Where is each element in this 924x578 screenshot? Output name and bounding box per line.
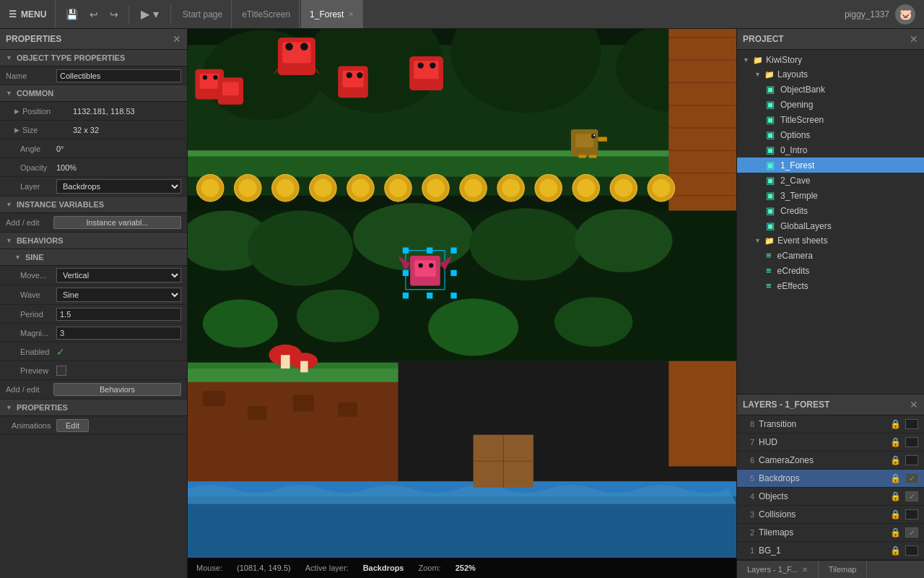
main-area: PROPERTIES ✕ ▼ OBJECT TYPE PROPERTIES Na… <box>0 29 924 578</box>
layer-transition[interactable]: 8 Transition 🔒 <box>737 415 924 434</box>
position-row: ▶ Position 1132.181, 118.53 <box>0 102 187 121</box>
layer-name-camerazones: CameraZones <box>759 455 886 465</box>
common-section-header[interactable]: ▼ COMMON <box>0 85 187 102</box>
bottom-tab-layers-close[interactable]: ✕ <box>802 566 808 574</box>
tree-layouts[interactable]: ▼ 📁 Layouts <box>737 67 924 82</box>
animations-edit-button[interactable]: Edit <box>56 419 89 432</box>
properties-panel: PROPERTIES ✕ ▼ OBJECT TYPE PROPERTIES Na… <box>0 29 188 578</box>
menu-label[interactable]: MENU <box>21 9 46 20</box>
enabled-row: Enabled ✓ <box>0 342 187 361</box>
zoom-label: Zoom: <box>418 564 440 572</box>
tree-objectbank[interactable]: ▣ ObjectBank <box>737 82 924 97</box>
tab-forest-close[interactable]: ✕ <box>348 10 354 18</box>
behaviors-section-header[interactable]: ▼ BEHAVIORS <box>0 233 187 249</box>
tree-options[interactable]: ▣ Options <box>737 127 924 142</box>
properties-title: PROPERTIES <box>6 34 61 44</box>
instance-variables-section-header[interactable]: ▼ INSTANCE VARIABLES <box>0 197 187 213</box>
svg-point-57 <box>593 134 595 136</box>
tree-eeffects[interactable]: ≡ eEffects <box>737 278 924 293</box>
preview-checkbox[interactable] <box>56 366 66 376</box>
tree-event-sheets[interactable]: ▼ 📁 Event sheets <box>737 233 924 248</box>
project-panel-header: PROJECT ✕ <box>737 29 924 50</box>
redo-button[interactable]: ↪ <box>105 6 123 23</box>
layer-eye-tilemaps[interactable]: ✓ <box>905 527 918 538</box>
layer-hud[interactable]: 7 HUD 🔒 <box>737 434 924 452</box>
canvas-area[interactable]: Mouse: (1081.4, 149.5) Active layer: Bac… <box>188 29 736 578</box>
object-type-section-header[interactable]: ▼ OBJECT TYPE PROPERTIES <box>0 50 187 66</box>
tree-ecamera[interactable]: ≡ eCamera <box>737 248 924 263</box>
tree-0intro[interactable]: ▣ 0_Intro <box>737 142 924 158</box>
tab-start-page[interactable]: Start page <box>174 0 232 28</box>
layer-name-tilemaps: Tilemaps <box>759 527 886 538</box>
opacity-row: Opacity 100% <box>0 158 187 177</box>
play-section: ▶ ▾ <box>129 4 170 24</box>
undo-button[interactable]: ↩ <box>85 6 103 23</box>
layouts-arrow: ▼ <box>754 71 762 78</box>
layout-icon-options: ▣ <box>766 129 775 140</box>
tree-3temple[interactable]: ▣ 3_Temple <box>737 188 924 203</box>
event-icon-ecredits: ≡ <box>766 265 772 276</box>
layer-backdrops[interactable]: 5 Backdrops 🔒 ✓ <box>737 470 924 488</box>
sine-section-header[interactable]: ▼ SINE <box>0 249 187 266</box>
svg-point-45 <box>614 179 632 197</box>
layers-title: LAYERS - 1_FOREST <box>743 400 829 410</box>
bottom-tab-layers[interactable]: Layers - 1_F... ✕ <box>737 561 819 578</box>
project-close-button[interactable]: ✕ <box>910 33 918 45</box>
instance-variables-button[interactable]: Instance variabl... <box>53 216 181 229</box>
play-button[interactable]: ▶ ▾ <box>135 4 164 24</box>
svg-point-115 <box>554 297 632 347</box>
position-label: Position <box>22 107 73 116</box>
sine-arrow: ▼ <box>14 254 21 261</box>
layer-select[interactable]: Backdrops <box>56 179 181 194</box>
tree-1forest[interactable]: ▣ 1_Forest <box>737 158 924 173</box>
svg-point-42 <box>502 179 520 197</box>
layer-lock-tilemaps: 🔒 <box>890 527 901 538</box>
move-select[interactable]: Vertical <box>56 268 181 282</box>
bottom-tab-tilemap[interactable]: Tilemap <box>819 561 868 578</box>
behaviors-button[interactable]: Behaviors <box>53 383 181 396</box>
layer-name-collisions: Collisions <box>759 509 886 519</box>
layout-label-opening: Opening <box>780 100 813 110</box>
properties-sub-label: PROPERTIES <box>17 403 68 412</box>
position-value: 1132.181, 118.53 <box>73 107 181 116</box>
enabled-check[interactable]: ✓ <box>56 346 65 358</box>
wave-select[interactable]: Sine <box>56 288 181 302</box>
tree-titlescreen[interactable]: ▣ TitleScreen <box>737 112 924 127</box>
layer-eye-transition[interactable] <box>905 419 918 429</box>
name-input[interactable] <box>56 69 181 82</box>
layer-eye-bg1[interactable] <box>905 545 918 556</box>
layer-eye-hud[interactable] <box>905 437 918 447</box>
properties-sub-section-header[interactable]: ▼ PROPERTIES <box>0 400 187 416</box>
layers-close-button[interactable]: ✕ <box>910 399 918 410</box>
layout-icon-titlescreen: ▣ <box>766 114 775 125</box>
layer-collisions[interactable]: 3 Collisions 🔒 <box>737 506 924 524</box>
magni-input[interactable] <box>56 327 181 340</box>
tab-forest[interactable]: 1_Forest ✕ <box>301 0 363 28</box>
sine-label: SINE <box>25 253 44 262</box>
layer-objects[interactable]: 4 Objects 🔒 ✓ <box>737 488 924 506</box>
tree-credits[interactable]: ▣ Credits <box>737 203 924 218</box>
properties-close-button[interactable]: ✕ <box>173 33 181 45</box>
tree-opening[interactable]: ▣ Opening <box>737 97 924 112</box>
layer-camerazones[interactable]: 6 CameraZones 🔒 <box>737 452 924 470</box>
svg-rect-80 <box>222 82 239 95</box>
period-input[interactable] <box>56 308 181 321</box>
layer-eye-camerazones[interactable] <box>905 455 918 465</box>
event-icon-ecamera: ≡ <box>766 250 772 261</box>
tree-globallayers[interactable]: ▣ GlobalLayers <box>737 218 924 233</box>
layer-lock-backdrops: 🔒 <box>890 473 901 483</box>
layer-eye-objects[interactable]: ✓ <box>905 491 918 501</box>
layer-tilemaps[interactable]: 2 Tilemaps 🔒 ✓ <box>737 524 924 542</box>
layout-icon-objectbank: ▣ <box>766 84 775 95</box>
tree-2cave[interactable]: ▣ 2_Cave <box>737 173 924 188</box>
behaviors-label: BEHAVIORS <box>17 236 64 245</box>
tree-root[interactable]: ▼ 📁 KiwiStory <box>737 53 924 67</box>
layer-eye-collisions[interactable] <box>905 509 918 519</box>
layer-eye-backdrops[interactable]: ✓ <box>905 473 918 483</box>
tab-etitlescreen[interactable]: eTitleScreen <box>233 0 300 28</box>
layer-bg1[interactable]: 1 BG_1 🔒 <box>737 542 924 560</box>
tree-ecredits[interactable]: ≡ eCredits <box>737 263 924 278</box>
root-folder-icon: 📁 <box>753 56 763 65</box>
save-button[interactable]: 💾 <box>61 6 82 23</box>
user-avatar[interactable]: 🐷 <box>895 4 915 25</box>
